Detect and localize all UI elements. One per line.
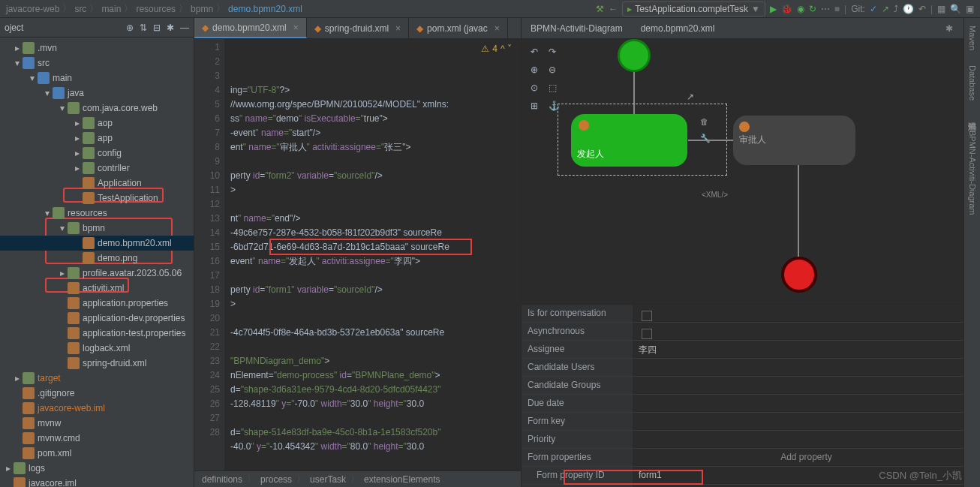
tool-window-tab[interactable]: BPMN-Activiti-Diagram [968, 131, 977, 215]
property-value[interactable] [633, 431, 980, 448]
git-rollback-icon[interactable]: ↶ [918, 4, 926, 14]
hide-icon[interactable]: — [180, 23, 189, 33]
property-label: Candidate Users [522, 359, 633, 376]
tree-item[interactable]: ▸config [0, 146, 194, 161]
tree-item[interactable]: ▾bpmn [0, 221, 194, 236]
tree-item[interactable]: javacore.iml [0, 476, 194, 487]
zoom-in-icon[interactable]: ⊕ [531, 65, 538, 75]
diagram-tab[interactable]: BPMN-Activiti-Diagram [522, 20, 632, 37]
breadcrumb-part[interactable]: javacore-web [6, 4, 59, 14]
breadcrumb-part[interactable]: main [101, 4, 121, 14]
profile-icon[interactable]: ↻ [809, 4, 816, 14]
tree-item[interactable]: mvnw [0, 416, 194, 431]
property-value[interactable]: Add property [633, 449, 980, 466]
layout-icon[interactable]: ▣ [966, 4, 974, 14]
tool-window-tab[interactable]: Maven [968, 26, 977, 50]
debug-icon[interactable]: 🐞 [781, 4, 792, 14]
end-event[interactable] [781, 257, 817, 293]
tree-item[interactable]: ▸aop [0, 116, 194, 131]
coverage-icon[interactable]: ◉ [797, 4, 804, 14]
task-approver[interactable]: 审批人 [733, 116, 855, 165]
breadcrumb-part[interactable]: demo.bpmn20.xml [228, 4, 302, 14]
tree-item[interactable]: .gitignore [0, 386, 194, 401]
property-value[interactable]: 李四 [633, 341, 980, 358]
tree-item[interactable]: TestApplication [0, 191, 194, 206]
bpmn-diagram[interactable]: ↶↷ ⊕⊖ ⊙⬚ ⊞⚓ 发起人 🗑 🔧 <XML/> ↗ 审批人 [522, 39, 980, 305]
run-config-selector[interactable]: ▸ TestApplication.completTesk ▼ [622, 2, 765, 17]
editor-tab[interactable]: ◆spring-druid.xml× [307, 18, 409, 38]
tree-item[interactable]: ▸app [0, 131, 194, 146]
tree-item[interactable]: ▸target [0, 371, 194, 386]
git-update-icon[interactable]: ✓ [870, 4, 877, 14]
tree-item[interactable]: ▾java [0, 86, 194, 101]
property-value[interactable] [633, 395, 980, 412]
target-icon[interactable]: ⊕ [126, 23, 134, 33]
expand-icon[interactable]: ⇅ [140, 23, 147, 33]
zoom-out-icon[interactable]: ⊖ [549, 65, 556, 75]
task-initiator[interactable]: 发起人 [571, 114, 687, 167]
settings-icon[interactable]: ✱ [167, 23, 174, 33]
tree-item[interactable]: mvnw.cmd [0, 431, 194, 446]
tree-item[interactable]: spring-druid.xml [0, 356, 194, 371]
editor-body[interactable]: 1234567891011121314151617181920212223242… [194, 39, 521, 470]
tree-item[interactable]: application-dev.properties [0, 311, 194, 326]
tree-item[interactable]: ▸profile.avatar.2023.05.06 [0, 266, 194, 281]
undo-icon[interactable]: ↶ [531, 47, 538, 57]
select-icon[interactable]: ⬚ [549, 83, 557, 93]
delete-icon[interactable]: 🗑 [700, 117, 711, 126]
tree-item[interactable]: javacore-web.iml [0, 401, 194, 416]
breadcrumb-part[interactable]: bpmn [191, 4, 213, 14]
tree-item[interactable]: activiti.xml [0, 281, 194, 296]
tree-item[interactable]: Application [0, 176, 194, 191]
hammer-icon[interactable]: ⚒ [596, 4, 604, 14]
code-content[interactable]: ing="UTF-8"?>//www.omg.org/spec/BPMN/201… [224, 39, 521, 470]
tree-item[interactable]: logback.xml [0, 341, 194, 356]
editor-tab[interactable]: ◆pom.xml (javac× [409, 18, 508, 38]
start-event[interactable] [618, 39, 651, 72]
tree-item[interactable]: ▸.mvn [0, 41, 194, 56]
structure-breadcrumb[interactable]: definitions〉process〉userTask〉extensionEl… [194, 470, 521, 487]
windows-icon[interactable]: ▦ [937, 4, 945, 14]
arrow-out-icon[interactable]: ↗ [687, 92, 694, 102]
collapse-icon[interactable]: ⊟ [153, 23, 161, 33]
tree-item[interactable]: demo.png [0, 251, 194, 266]
tree-item[interactable]: ▸contrller [0, 161, 194, 176]
property-value[interactable] [633, 413, 980, 430]
tool-window-tab[interactable]: Database [968, 65, 977, 101]
property-value[interactable] [633, 359, 980, 376]
tree-item[interactable]: ▸logs [0, 461, 194, 476]
property-value[interactable] [633, 305, 980, 322]
structure-crumb[interactable]: definitions [202, 474, 242, 485]
tree-item[interactable]: application.properties [0, 296, 194, 311]
zoom-fit-icon[interactable]: ⊙ [531, 83, 538, 93]
gear-icon[interactable]: ✱ [939, 23, 959, 34]
stop-icon[interactable]: ■ [834, 4, 840, 14]
git-push-icon[interactable]: ⤴ [894, 4, 898, 14]
property-value[interactable] [633, 323, 980, 340]
editor-tab[interactable]: ◆demo.bpmn20.xml× [194, 18, 307, 38]
search-icon[interactable]: 🔍 [950, 4, 961, 14]
git-history-icon[interactable]: 🕐 [903, 4, 914, 14]
attach-icon[interactable]: ⋯ [821, 4, 830, 14]
tree-item[interactable]: ▾src [0, 56, 194, 71]
breadcrumb-part[interactable]: src [74, 4, 86, 14]
structure-crumb[interactable]: process [260, 474, 292, 485]
tree-item[interactable]: application-test.properties [0, 326, 194, 341]
diagram-tab[interactable]: demo.bpmn20.xml [632, 20, 724, 37]
grid-icon[interactable]: ⊞ [531, 101, 538, 111]
breadcrumb-part[interactable]: resources [136, 4, 176, 14]
tree-item[interactable]: ▾resources [0, 206, 194, 221]
property-value[interactable] [633, 377, 980, 394]
tree-item[interactable]: demo.bpmn20.xml [0, 236, 194, 251]
run-icon[interactable]: ▶ [770, 4, 777, 14]
redo-icon[interactable]: ↷ [549, 47, 556, 57]
project-tree[interactable]: ▸.mvn▾src▾main▾java▾com.java.core.web▸ao… [0, 38, 194, 487]
structure-crumb[interactable]: extensionElements [364, 474, 440, 485]
tree-item[interactable]: pom.xml [0, 446, 194, 461]
wrench-icon[interactable]: 🔧 [700, 134, 711, 143]
tree-item[interactable]: ▾main [0, 71, 194, 86]
back-icon[interactable]: ← [609, 4, 618, 14]
tree-item[interactable]: ▾com.java.core.web [0, 101, 194, 116]
git-commit-icon[interactable]: ↗ [882, 4, 889, 14]
structure-crumb[interactable]: userTask [310, 474, 346, 485]
